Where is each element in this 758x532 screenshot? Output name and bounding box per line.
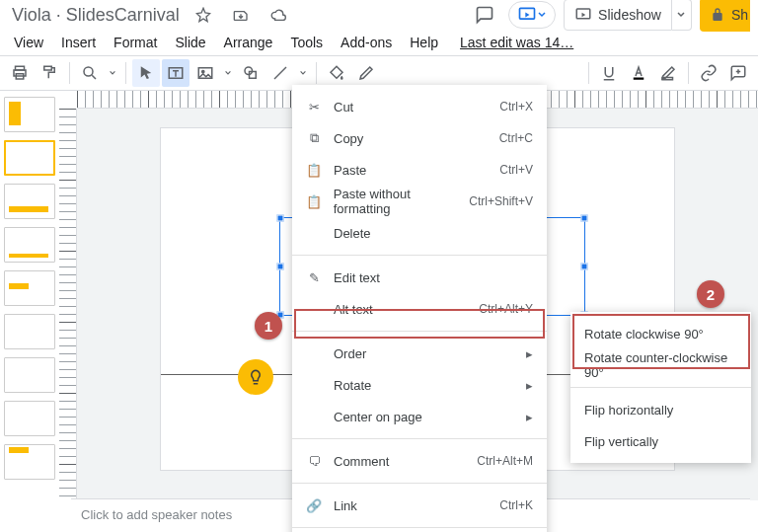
annotation-badge-2: 2: [697, 280, 724, 308]
menu-arrange[interactable]: Arrange: [216, 31, 281, 54]
menu-rotate[interactable]: Rotate▸: [292, 369, 547, 401]
menu-cut[interactable]: ✂CutCtrl+X: [292, 91, 547, 122]
slide-thumb[interactable]: [4, 314, 55, 349]
svg-point-6: [84, 67, 93, 76]
menu-paste[interactable]: 📋PasteCtrl+V: [292, 154, 547, 186]
copy-icon: ⧉: [304, 130, 324, 146]
slide-thumb[interactable]: [4, 401, 55, 436]
lightbulb-icon: [238, 359, 273, 395]
paste-plain-icon: 📋: [304, 194, 324, 209]
paste-icon: 📋: [304, 163, 324, 178]
menu-rotate-cw[interactable]: Rotate clockwise 90°: [570, 318, 751, 349]
print-icon[interactable]: [6, 59, 34, 87]
menu-link[interactable]: 🔗LinkCtrl+K: [292, 490, 547, 521]
slide-thumb[interactable]: [4, 270, 55, 306]
menu-flip-v[interactable]: Flip vertically: [570, 425, 751, 457]
menu-view[interactable]: View: [6, 31, 51, 54]
menu-copy[interactable]: ⧉CopyCtrl+C: [292, 122, 547, 154]
slide-thumb[interactable]: [4, 140, 55, 176]
fill-color-icon[interactable]: [323, 59, 350, 87]
cut-icon: ✂: [304, 100, 324, 114]
menu-comment[interactable]: 🗨CommentCtrl+Alt+M: [292, 445, 547, 477]
present-icon[interactable]: [508, 1, 556, 29]
edit-icon: ✎: [304, 270, 324, 285]
menu-flip-h[interactable]: Flip horizontally: [570, 394, 751, 425]
share-label: Sh: [731, 7, 748, 23]
svg-rect-5: [44, 66, 52, 70]
ruler-vertical[interactable]: [59, 109, 77, 500]
last-edit-link[interactable]: Last edit was 14…: [452, 31, 581, 54]
slide-thumb[interactable]: [4, 357, 55, 393]
menu-edit-text[interactable]: ✎Edit text: [292, 262, 547, 293]
image-tool-icon[interactable]: [191, 59, 219, 87]
menu-alt-text[interactable]: Alt textCtrl+Alt+Y: [292, 293, 547, 325]
chevron-right-icon: ▸: [526, 346, 533, 361]
move-icon[interactable]: [227, 1, 255, 29]
menu-paste-without-formatting[interactable]: 📋Paste without formattingCtrl+Shift+V: [292, 186, 547, 217]
link-icon[interactable]: [695, 59, 722, 87]
rotate-submenu: Rotate clockwise 90° Rotate counter-cloc…: [570, 312, 751, 463]
comments-icon[interactable]: [469, 1, 500, 29]
link-icon: 🔗: [304, 498, 324, 513]
filmstrip[interactable]: [0, 91, 59, 500]
border-color-icon[interactable]: [352, 59, 380, 87]
cloud-icon[interactable]: [265, 1, 292, 29]
menu-tools[interactable]: Tools: [282, 31, 331, 54]
menu-rotate-ccw[interactable]: Rotate counter-clockwise 90°: [570, 349, 751, 381]
shape-tool-icon[interactable]: [237, 59, 265, 87]
highlight-icon[interactable]: [654, 59, 682, 87]
menu-delete[interactable]: Delete: [292, 217, 547, 249]
annotation-badge-1: 1: [255, 312, 282, 340]
menu-addons[interactable]: Add-ons: [333, 31, 400, 54]
line-dropdown-icon[interactable]: [296, 59, 310, 87]
menu-slide[interactable]: Slide: [167, 31, 213, 54]
slideshow-dropdown[interactable]: [672, 0, 692, 31]
textbox-tool-icon[interactable]: [162, 59, 190, 87]
text-color-icon[interactable]: [625, 59, 652, 87]
chevron-right-icon: ▸: [526, 378, 533, 393]
zoom-icon[interactable]: [76, 59, 104, 87]
share-button[interactable]: Sh: [700, 0, 750, 32]
slideshow-label: Slideshow: [598, 7, 661, 23]
add-comment-icon[interactable]: [724, 59, 752, 87]
context-menu: ✂CutCtrl+X ⧉CopyCtrl+C 📋PasteCtrl+V 📋Pas…: [292, 85, 547, 532]
comment-icon: 🗨: [304, 454, 324, 469]
paint-format-icon[interactable]: [36, 59, 63, 87]
chevron-right-icon: ▸: [526, 410, 533, 424]
menu-center[interactable]: Center on page▸: [292, 401, 547, 432]
menu-help[interactable]: Help: [402, 31, 446, 54]
menu-format[interactable]: Format: [106, 31, 165, 54]
menu-insert[interactable]: Insert: [53, 31, 104, 54]
slide-thumb[interactable]: [4, 444, 55, 480]
select-tool-icon[interactable]: [132, 59, 160, 87]
doc-title[interactable]: Viola · SlidesCarnival: [12, 5, 180, 26]
star-icon[interactable]: [190, 1, 217, 29]
image-dropdown-icon[interactable]: [221, 59, 235, 87]
underline-icon[interactable]: [595, 59, 623, 87]
zoom-dropdown-icon[interactable]: [106, 59, 119, 87]
line-tool-icon[interactable]: [266, 59, 294, 87]
svg-rect-12: [634, 78, 644, 80]
svg-point-9: [202, 70, 204, 72]
slide-thumb[interactable]: [4, 227, 55, 263]
slide-thumb[interactable]: [4, 184, 55, 219]
slideshow-button[interactable]: Slideshow: [564, 0, 672, 31]
slide-thumb[interactable]: [4, 97, 55, 132]
menu-order[interactable]: Order▸: [292, 338, 547, 369]
